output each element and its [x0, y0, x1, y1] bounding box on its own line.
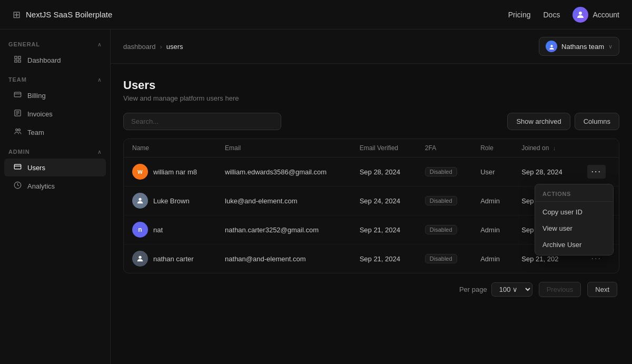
docs-link[interactable]: Docs	[544, 11, 560, 19]
svg-rect-5	[14, 92, 21, 97]
user-email-cell: nathan.carter3252@gmail.com	[216, 215, 351, 244]
per-page-select[interactable]: 100 ∨	[491, 282, 532, 297]
twofa-badge: Disabled	[425, 167, 457, 176]
page-subtitle: View and manage platform users here	[123, 94, 619, 102]
avatar	[132, 251, 148, 267]
main-header: dashboard › users Nathans team ∨	[111, 29, 632, 64]
sidebar-section-admin-label: ADMIN	[8, 149, 29, 155]
context-menu-divider	[535, 201, 613, 202]
sidebar-users-label: Users	[27, 164, 45, 172]
user-2fa-cell: Disabled	[417, 186, 472, 215]
sidebar: GENERAL ∧ Dashboard TEAM ∧ Billing	[0, 29, 111, 364]
topnav-left: ⊞ NextJS SaaS Boilerplate	[13, 9, 112, 21]
billing-icon	[13, 91, 22, 100]
user-2fa-cell: Disabled	[417, 158, 472, 186]
user-name-cell: n nat	[124, 215, 216, 244]
breadcrumb-parent[interactable]: dashboard	[123, 43, 155, 51]
svg-rect-3	[14, 60, 16, 62]
breadcrumb-current: users	[166, 43, 183, 51]
user-role-cell: Admin	[472, 244, 513, 273]
user-email-cell: luke@and-element.com	[216, 186, 351, 215]
previous-button[interactable]: Previous	[539, 282, 581, 297]
user-role-cell: User	[472, 158, 513, 186]
sidebar-billing-label: Billing	[27, 92, 46, 100]
search-input[interactable]	[123, 113, 281, 130]
svg-point-17	[139, 198, 141, 201]
per-page-label: Per page	[459, 286, 487, 293]
sidebar-section-team: TEAM ∧ Billing Invoices Team	[0, 73, 110, 141]
table-header-row: Name Email Email Verified 2FA	[124, 139, 619, 158]
context-menu-view-user[interactable]: View user	[535, 220, 613, 237]
svg-point-11	[15, 129, 17, 131]
sidebar-section-team-header[interactable]: TEAM ∧	[0, 73, 110, 86]
sidebar-section-general-label: GENERAL	[8, 41, 40, 47]
context-menu-label: Actions	[535, 186, 613, 199]
user-2fa-cell: Disabled	[417, 215, 472, 244]
sidebar-dashboard-label: Dashboard	[27, 56, 61, 64]
user-role-cell: Admin	[472, 186, 513, 215]
twofa-badge: Disabled	[425, 196, 457, 205]
col-role: Role	[472, 139, 513, 158]
pagination: Per page 100 ∨ Previous Next	[123, 273, 619, 299]
user-name-cell: w william nar m8	[124, 158, 216, 186]
team-switcher-name: Nathans team	[561, 43, 604, 51]
context-menu: Actions Copy user ID View user Archive U…	[535, 184, 614, 255]
col-email-verified: Email Verified	[351, 139, 417, 158]
chevron-up-icon-admin: ∧	[97, 149, 102, 155]
sidebar-item-dashboard[interactable]: Dashboard	[4, 51, 106, 69]
svg-rect-4	[18, 60, 20, 62]
user-name: nathan carter	[153, 255, 194, 263]
user-role-cell: Admin	[472, 215, 513, 244]
sidebar-section-admin-header[interactable]: ADMIN ∧	[0, 145, 110, 158]
sidebar-team-label: Team	[27, 129, 44, 136]
account-button[interactable]: Account	[572, 7, 619, 23]
col-actions-header	[579, 139, 619, 158]
context-menu-archive-user[interactable]: Archive User	[535, 237, 613, 253]
user-name: william nar m8	[153, 168, 197, 176]
team-icon	[13, 127, 22, 137]
user-actions-cell: ···	[579, 158, 619, 186]
user-name-cell: nathan carter	[124, 244, 216, 273]
context-menu-copy-user-id[interactable]: Copy user ID	[535, 204, 613, 220]
avatar	[132, 193, 148, 209]
user-email-verified-cell: Sep 24, 2024	[351, 186, 417, 215]
svg-rect-2	[18, 56, 20, 58]
team-switcher-chevron-icon: ∨	[608, 43, 613, 50]
col-2fa: 2FA	[417, 139, 472, 158]
twofa-badge: Disabled	[425, 225, 457, 234]
top-navigation: ⊞ NextJS SaaS Boilerplate Pricing Docs A…	[0, 0, 632, 29]
sidebar-item-invoices[interactable]: Invoices	[4, 105, 106, 123]
col-joined-on: Joined on ↓	[513, 139, 578, 158]
sidebar-item-users[interactable]: Users	[4, 159, 106, 176]
avatar: w	[132, 164, 148, 180]
next-button[interactable]: Next	[587, 282, 617, 297]
users-table-container: Name Email Email Verified 2FA	[123, 139, 619, 273]
user-2fa-cell: Disabled	[417, 244, 472, 273]
actions-menu-button[interactable]: ···	[587, 165, 606, 179]
breadcrumb: dashboard › users	[123, 43, 183, 51]
sidebar-section-general: GENERAL ∧ Dashboard	[0, 38, 110, 69]
sidebar-invoices-label: Invoices	[27, 110, 53, 118]
toolbar: Show archived Columns	[123, 113, 619, 130]
invoices-icon	[13, 109, 22, 119]
pricing-link[interactable]: Pricing	[508, 11, 531, 19]
team-switcher-avatar	[546, 41, 557, 52]
dashboard-icon	[13, 55, 22, 65]
sidebar-analytics-label: Analytics	[27, 182, 55, 190]
show-archived-button[interactable]: Show archived	[507, 113, 570, 130]
user-email-verified-cell: Sep 21, 2024	[351, 244, 417, 273]
sidebar-section-team-label: TEAM	[8, 76, 27, 83]
page-content: Users View and manage platform users her…	[111, 64, 632, 314]
logo-icon: ⊞	[13, 9, 21, 21]
avatar: n	[132, 222, 148, 238]
team-switcher[interactable]: Nathans team ∨	[539, 37, 619, 56]
sidebar-item-team[interactable]: Team	[4, 123, 106, 141]
sidebar-item-billing[interactable]: Billing	[4, 86, 106, 104]
sort-icon[interactable]: ↓	[553, 145, 556, 151]
svg-rect-1	[14, 56, 16, 58]
svg-rect-13	[14, 164, 21, 169]
columns-button[interactable]: Columns	[575, 113, 619, 130]
user-name: nat	[153, 226, 163, 234]
sidebar-item-analytics[interactable]: Analytics	[4, 177, 106, 195]
sidebar-section-general-header[interactable]: GENERAL ∧	[0, 38, 110, 51]
